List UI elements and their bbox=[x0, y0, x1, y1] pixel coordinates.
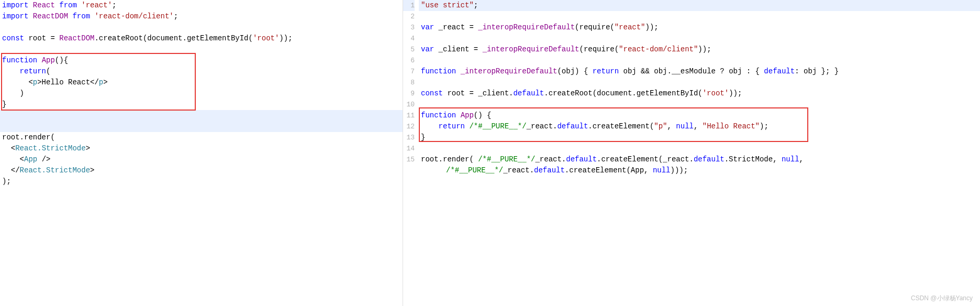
code-line[interactable]: function App() { bbox=[419, 110, 980, 121]
code-token: , bbox=[694, 122, 703, 130]
code-token: _react. bbox=[527, 122, 558, 130]
code-line[interactable]: import ReactDOM from 'react-dom/client'; bbox=[0, 11, 403, 22]
code-token: .render( bbox=[20, 133, 55, 141]
code-line[interactable]: ) bbox=[0, 88, 403, 99]
code-token: .createRoot(document.getElementById( bbox=[544, 89, 702, 97]
line-number: 15 bbox=[403, 154, 415, 165]
code-token: (){ bbox=[55, 56, 68, 64]
line-number: 8 bbox=[403, 77, 415, 88]
code-token bbox=[77, 1, 81, 9]
code-line[interactable]: var _react = _interopRequireDefault(requ… bbox=[419, 22, 980, 33]
code-token: React.StrictMode bbox=[15, 144, 85, 152]
code-line[interactable]: ); bbox=[0, 176, 403, 187]
right-code-area[interactable]: "use strict";var _react = _interopRequir… bbox=[419, 0, 980, 306]
line-number-gutter: 123456789101112131415 bbox=[403, 0, 419, 306]
left-code-panel[interactable]: import React from 'react';import ReactDO… bbox=[0, 0, 403, 306]
code-token: , bbox=[667, 122, 676, 130]
code-token: ; bbox=[112, 1, 116, 9]
code-token: import bbox=[2, 1, 28, 9]
code-token bbox=[37, 56, 41, 64]
code-token: React.StrictMode bbox=[20, 166, 90, 174]
line-number: 10 bbox=[403, 99, 415, 110]
code-line[interactable]: return( bbox=[0, 66, 403, 77]
code-token: root bbox=[2, 133, 20, 141]
line-number: 7 bbox=[403, 66, 415, 77]
right-code-panel[interactable]: 123456789101112131415 "use strict";var _… bbox=[403, 0, 980, 306]
code-token: _react = bbox=[434, 23, 478, 31]
code-token: null bbox=[782, 155, 799, 163]
code-line[interactable]: "use strict"; bbox=[419, 0, 980, 11]
code-token: "use strict" bbox=[421, 1, 474, 9]
code-token bbox=[28, 12, 32, 20]
code-token: _interopRequireDefault bbox=[478, 23, 575, 31]
code-token: const bbox=[421, 89, 443, 97]
code-line[interactable]: root.render( /*#__PURE__*/_react.default… bbox=[419, 154, 980, 165]
code-line[interactable]: } bbox=[0, 99, 403, 110]
code-token: ))); bbox=[670, 166, 688, 174]
code-line[interactable] bbox=[0, 121, 403, 132]
code-token: default bbox=[566, 155, 597, 163]
code-token: (require( bbox=[579, 45, 619, 53]
code-token: _interopRequireDefault bbox=[461, 67, 558, 75]
line-number: 14 bbox=[403, 143, 415, 154]
code-line[interactable]: } bbox=[419, 132, 980, 143]
code-line[interactable]: const root = ReactDOM.createRoot(documen… bbox=[0, 33, 403, 44]
code-line[interactable]: root.render( bbox=[0, 132, 403, 143]
code-token: < bbox=[2, 144, 15, 152]
code-token: ( bbox=[46, 67, 50, 75]
code-token: import bbox=[2, 12, 28, 20]
code-line[interactable]: <p>Hello React</p> bbox=[0, 77, 403, 88]
code-token: /*#__PURE__*/ bbox=[478, 155, 535, 163]
code-token: </ bbox=[2, 166, 20, 174]
code-line[interactable]: function _interopRequireDefault(obj) { r… bbox=[419, 66, 980, 77]
code-token: root.render( bbox=[421, 155, 478, 163]
code-token: default bbox=[534, 166, 565, 174]
code-line[interactable] bbox=[0, 22, 403, 33]
code-line[interactable]: const root = _client.default.createRoot(… bbox=[419, 88, 980, 99]
code-token: } bbox=[421, 133, 425, 141]
code-line[interactable]: /*#__PURE__*/_react.default.createElemen… bbox=[419, 165, 980, 176]
code-line[interactable] bbox=[419, 11, 980, 22]
code-token: App bbox=[42, 56, 55, 64]
code-token: ReactDOM bbox=[59, 34, 94, 42]
code-token: "Hello React" bbox=[703, 122, 760, 130]
code-line[interactable] bbox=[419, 143, 980, 154]
code-token: null bbox=[676, 122, 694, 130]
code-token: default bbox=[764, 67, 795, 75]
code-token: "react" bbox=[615, 23, 645, 31]
line-number: 1 bbox=[403, 0, 415, 11]
code-token: _react. bbox=[503, 166, 534, 174]
code-token: default bbox=[513, 89, 544, 97]
code-line[interactable] bbox=[0, 44, 403, 55]
code-line[interactable] bbox=[419, 33, 980, 44]
watermark-text: CSDN @小绿杨Yancy bbox=[911, 294, 973, 303]
code-line[interactable]: return /*#__PURE__*/_react.default.creat… bbox=[419, 121, 980, 132]
code-token: ; bbox=[474, 1, 478, 9]
code-token: React bbox=[33, 1, 55, 9]
code-token: obj && obj.__esModule ? obj : { bbox=[619, 67, 764, 75]
code-line[interactable]: <React.StrictMode> bbox=[0, 143, 403, 154]
code-line[interactable] bbox=[419, 99, 980, 110]
code-token: p bbox=[99, 78, 103, 86]
code-token: return bbox=[593, 67, 619, 75]
code-line[interactable]: <App /> bbox=[0, 154, 403, 165]
left-code-area[interactable]: import React from 'react';import ReactDO… bbox=[0, 0, 403, 187]
code-token: 'root' bbox=[703, 89, 729, 97]
code-line[interactable] bbox=[419, 55, 980, 66]
code-token: )); bbox=[729, 89, 742, 97]
code-token bbox=[55, 1, 59, 9]
code-token: ); bbox=[760, 122, 769, 130]
code-token: App bbox=[24, 155, 37, 163]
code-token: .createElement( bbox=[588, 122, 654, 130]
code-token: )); bbox=[645, 23, 659, 31]
code-token: 'react-dom/client' bbox=[94, 12, 173, 20]
code-line[interactable] bbox=[419, 77, 980, 88]
code-token: : obj }; } bbox=[795, 67, 839, 75]
code-line[interactable]: import React from 'react'; bbox=[0, 0, 403, 11]
code-line[interactable]: </React.StrictMode> bbox=[0, 165, 403, 176]
code-line[interactable]: var _client = _interopRequireDefault(req… bbox=[419, 44, 980, 55]
code-token: .StrictMode, bbox=[725, 155, 782, 163]
code-token: .createElement(_react. bbox=[597, 155, 694, 163]
code-line[interactable] bbox=[0, 110, 403, 121]
code-line[interactable]: function App(){ bbox=[0, 55, 403, 66]
